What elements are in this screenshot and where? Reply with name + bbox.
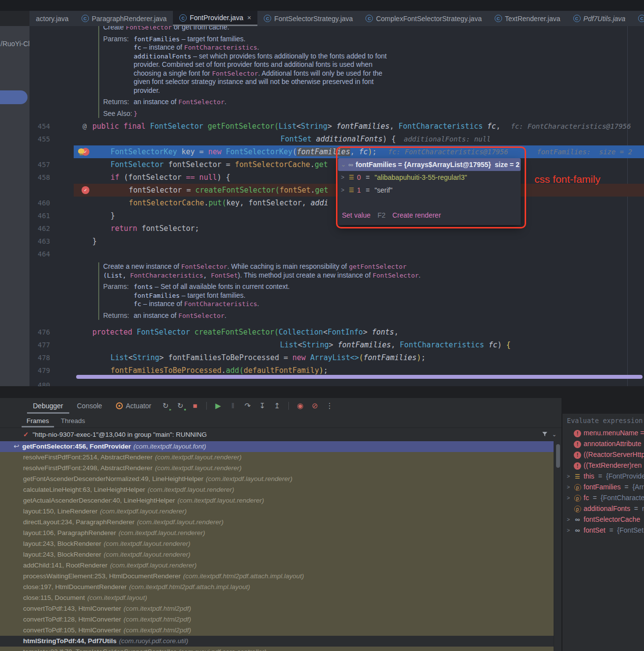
code-line[interactable]: 478List<String> fontFamiliesToBeProcesse…: [29, 351, 644, 364]
frame-row[interactable]: convertToPdf:143, HtmlConverter(com.itex…: [0, 603, 554, 614]
editor-tab[interactable]: CPdf7Utils.java: [567, 11, 632, 26]
frame-row[interactable]: convertToPdf:105, HtmlConverter(com.itex…: [0, 625, 554, 636]
frame-row[interactable]: layout:150, LineRenderer(com.itextpdf.la…: [0, 506, 554, 517]
mute-breakpoints-icon[interactable]: ⊘: [308, 400, 321, 411]
frame-row[interactable]: template:83 lf:70, TemplateGoldenSupport…: [0, 647, 554, 651]
code-line[interactable]: 480: [29, 379, 644, 386]
tab-threads[interactable]: Threads: [56, 414, 90, 427]
class-icon: C: [264, 15, 271, 22]
frame-row[interactable]: htmlStringToPdf:44, Pdf7Utils(com.ruoyi.…: [0, 636, 554, 647]
frame-row[interactable]: layout:106, ParagraphRenderer(com.itextp…: [0, 528, 554, 538]
tab-frames[interactable]: Frames: [22, 414, 54, 427]
frame-package: (com.itextpdf.layout.renderer): [206, 475, 292, 482]
code-token: }: [92, 237, 97, 246]
view-breakpoints-icon[interactable]: ◉: [294, 400, 307, 411]
code-text: List<String> fontFamiliesToBeProcessed =…: [74, 351, 644, 364]
code-line[interactable]: 464: [29, 248, 644, 260]
frame-row[interactable]: calculateLineHeight:63, LineHeightHelper…: [0, 484, 554, 495]
close-icon[interactable]: ×: [247, 14, 251, 22]
step-out-icon[interactable]: ↥: [271, 400, 283, 411]
equals-sign: =: [607, 526, 615, 534]
debugger-tab-actuator[interactable]: Actuator: [110, 398, 157, 414]
editor-tab[interactable]: CFontSelectorStrategy.java: [257, 11, 359, 26]
code-line[interactable]: 454@public final FontSelector getFontSel…: [29, 120, 644, 133]
editor-tab[interactable]: CParagraphRenderer.java: [75, 11, 173, 26]
debugger-tab-debugger[interactable]: Debugger: [27, 398, 69, 414]
stop-icon[interactable]: ■: [189, 400, 201, 411]
inline-debugger-hint: fc: FontCharacteristics@17956: [511, 120, 631, 133]
editor-tab[interactable]: CTextRenderer.java: [488, 11, 567, 26]
filter-icon[interactable]: [541, 430, 548, 439]
thread-selector[interactable]: ✓"http-nio-9307-exec-1"@13,040 in group …: [0, 427, 561, 442]
chevron-right-icon[interactable]: >: [565, 473, 571, 479]
frame-row[interactable]: resolveFirstPdfFont:2498, AbstractRender…: [0, 463, 554, 474]
more-icon[interactable]: ⋮: [323, 400, 336, 411]
javadoc-text: provider. Combined set of font provider …: [134, 60, 372, 69]
frame-row[interactable]: close:197, HtmlDocumentRenderer(com.itex…: [0, 582, 554, 593]
variable-row[interactable]: >∞fontSelectorCache: [562, 514, 644, 525]
code-line[interactable]: 463}: [29, 235, 644, 248]
variable-row[interactable]: padditionalFonts = n: [562, 503, 644, 514]
frame-row[interactable]: ↩getFontSelector:456, FontProvider(com.i…: [0, 441, 554, 452]
chevron-down-icon[interactable]: ⌄: [552, 431, 557, 438]
editor-tab[interactable]: CFontProvider.java×: [173, 11, 257, 26]
javadoc-text: (List,: [103, 271, 130, 280]
frames-scrollbar[interactable]: [554, 441, 561, 651]
pause-icon[interactable]: ‖: [226, 400, 239, 411]
frame-row[interactable]: getFontAscenderDescenderNormalized:49, L…: [0, 474, 554, 484]
variable-name: fc: [584, 494, 589, 502]
code-line[interactable]: 477List<String> fontFamilies, FontCharac…: [29, 339, 644, 351]
chevron-right-icon[interactable]: >: [565, 527, 571, 533]
parameter-icon: p: [574, 484, 581, 491]
editor-tab[interactable]: CLine: [632, 11, 644, 26]
rerun-debug-icon[interactable]: ↻●: [174, 400, 187, 411]
frame-row[interactable]: getActualAscenderDescender:40, LineHeigh…: [0, 495, 554, 506]
frame-row[interactable]: layout:243, BlockRenderer(com.itextpdf.l…: [0, 549, 554, 560]
chevron-right-icon[interactable]: >: [565, 495, 571, 501]
variable-row[interactable]: >∞fontSet = {FontSet@: [562, 525, 644, 536]
evaluate-expression-field[interactable]: Evaluate expression: [562, 414, 644, 427]
debugger-tab-console[interactable]: Console: [71, 398, 108, 414]
editor-tab[interactable]: CComplexFontSelectorStrategy.java: [359, 11, 488, 26]
frame-row[interactable]: resolveFirstPdfFont:2514, AbstractRender…: [0, 452, 554, 463]
variable-row[interactable]: !menu.menuName =: [562, 427, 644, 438]
code-token: ArrayList: [310, 353, 350, 362]
variable-row[interactable]: >☰this = {FontProvider: [562, 471, 644, 481]
variables-panel: Evaluate expression !menu.menuName =!ann…: [561, 414, 644, 651]
code-line[interactable]: 455FontSet additionalFonts) {additionalF…: [29, 133, 644, 145]
variable-row[interactable]: !((ReactorServerHttp: [562, 449, 644, 460]
resume-icon[interactable]: ▶: [212, 400, 224, 411]
javadoc-text: an instance of: [134, 311, 178, 320]
code-token: fc: [487, 122, 496, 131]
javadoc-text: FontCharacteristics: [130, 271, 203, 280]
variable-row[interactable]: !annotationAttribute: [562, 438, 644, 449]
variable-row[interactable]: >pfontFamilies = {Arra: [562, 481, 644, 492]
frame-row[interactable]: directLayout:234, ParagraphRenderer(com.…: [0, 517, 554, 528]
frame-row[interactable]: convertToPdf:128, HtmlConverter(com.itex…: [0, 614, 554, 625]
step-over-icon[interactable]: ↷: [241, 400, 254, 411]
javadoc-text: FontSelector: [181, 262, 227, 271]
javadoc-text: FontCharacteristics: [184, 300, 257, 309]
frame-row[interactable]: addChild:141, RootRenderer(com.itextpdf.…: [0, 560, 554, 571]
code-line[interactable]: 479fontFamiliesToBeProcessed.add(default…: [29, 364, 644, 377]
frame-row[interactable]: close:115, Document(com.itextpdf.layout): [0, 593, 554, 603]
chevron-right-icon[interactable]: >: [565, 484, 571, 490]
code-text: }: [74, 235, 644, 248]
error-icon: !: [573, 429, 582, 437]
step-into-icon[interactable]: ↧: [256, 400, 269, 411]
code-token: == null: [186, 173, 217, 182]
frame-row[interactable]: layout:243, BlockRenderer(com.itextpdf.l…: [0, 538, 554, 549]
variable-row[interactable]: !((TextRenderer)ren: [562, 460, 644, 471]
code-line[interactable]: 476protected FontSelector createFontSele…: [29, 326, 644, 339]
chevron-right-icon[interactable]: >: [565, 516, 571, 522]
editor-tab[interactable]: actory.java: [29, 11, 75, 26]
variable-row[interactable]: >pfc = {FontCharacte: [562, 492, 644, 503]
frames-scrollbar-thumb[interactable]: [556, 444, 560, 468]
code-token: put(: [209, 198, 226, 207]
line-number: 457: [29, 158, 50, 171]
rerun-icon[interactable]: ↻▸: [159, 400, 172, 411]
annotation-label: css font-family: [534, 173, 600, 185]
javadoc-text: – Set of all available fonts in current …: [153, 283, 290, 291]
project-tree-selection[interactable]: [0, 90, 28, 104]
frame-row[interactable]: processWaitingElement:253, HtmlDocumentR…: [0, 571, 554, 582]
